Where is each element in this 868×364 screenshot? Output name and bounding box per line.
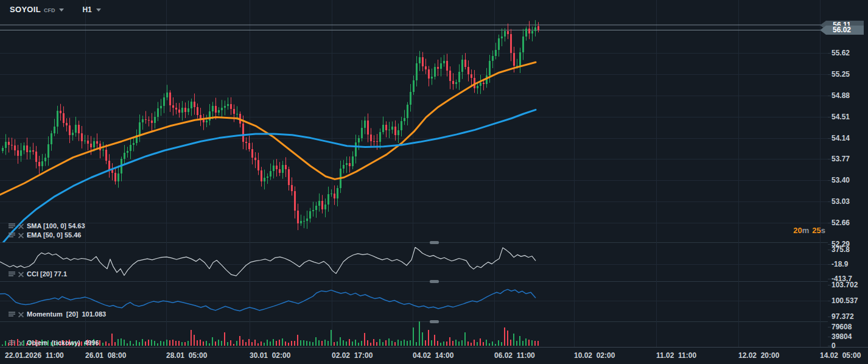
- candle-body: [242, 124, 244, 142]
- candle-body: [382, 125, 384, 132]
- pane-resize-handle[interactable]: [430, 280, 439, 283]
- candle-body: [157, 108, 159, 117]
- indicator-settings-icon[interactable]: [9, 312, 15, 317]
- volume-bar: [248, 339, 250, 346]
- indicator-close-icon[interactable]: [18, 312, 24, 317]
- candle-body: [178, 110, 180, 112]
- axis-label: 52.66: [831, 219, 850, 227]
- volume-bar: [282, 338, 283, 346]
- indicator-close-icon[interactable]: [18, 233, 24, 238]
- candle-body: [197, 107, 198, 115]
- pane-resize-handle[interactable]: [430, 241, 439, 244]
- volume-bar: [309, 341, 310, 346]
- candle-body: [422, 57, 424, 66]
- candle-body: [483, 83, 485, 84]
- volume-bar: [379, 339, 380, 346]
- indicator-close-icon[interactable]: [18, 223, 24, 229]
- time-axis-label: 26.01 08:00: [85, 351, 126, 360]
- axis-label: 53.40: [831, 176, 850, 184]
- pane-resize-handle[interactable]: [430, 320, 439, 323]
- time-axis[interactable]: 22.01.2026 11:0026.01 08:0028.01 05:0030…: [0, 347, 868, 364]
- volume-bar: [464, 332, 466, 346]
- volume-bar: [117, 339, 119, 346]
- volume-bar: [355, 340, 356, 346]
- volume-bar: [242, 340, 243, 346]
- volume-bar: [212, 337, 213, 346]
- volume-pane[interactable]: [0, 321, 828, 347]
- candle-body: [172, 105, 174, 108]
- price-axis[interactable]: 56.11 56.02 55.6255.2554.8854.5154.1453.…: [828, 0, 868, 347]
- candle-body: [358, 138, 360, 143]
- candle-body: [428, 69, 430, 79]
- candle-body: [449, 71, 451, 81]
- candle-body: [233, 109, 235, 114]
- cci-pane[interactable]: [0, 242, 828, 281]
- indicator-settings-icon[interactable]: [9, 340, 15, 346]
- volume-bar: [410, 340, 411, 346]
- candle-body: [218, 110, 220, 113]
- indicator-settings-icon[interactable]: [9, 271, 15, 277]
- candle-body: [35, 152, 37, 162]
- indicator-settings-icon[interactable]: [9, 233, 15, 238]
- candle-body: [145, 119, 147, 120]
- symbol-selector[interactable]: SOYOIL CFD: [10, 5, 64, 14]
- axis-label: 53.03: [831, 197, 850, 206]
- candle-body: [504, 31, 506, 37]
- volume-bar: [181, 342, 183, 346]
- volume-bar: [388, 338, 390, 346]
- candle-body: [355, 142, 357, 156]
- candle-body: [337, 188, 338, 198]
- candle-body: [370, 135, 372, 141]
- volume-bar: [321, 341, 323, 346]
- axis-label: 53.77: [831, 155, 850, 163]
- candle-body: [133, 143, 135, 145]
- candle-body: [11, 145, 13, 146]
- volume-bar: [391, 341, 393, 346]
- cci-line: [0, 247, 536, 276]
- volume-bar: [516, 341, 517, 346]
- candle-body: [458, 72, 460, 82]
- candle-body: [501, 37, 503, 38]
- candle-body: [394, 127, 396, 135]
- volume-bar: [340, 337, 341, 346]
- timeframe-selector[interactable]: H1: [82, 5, 100, 14]
- candle-body: [108, 161, 110, 170]
- candle-body: [191, 102, 192, 108]
- volume-bar: [300, 340, 301, 346]
- candle-body: [306, 219, 308, 222]
- price-pane[interactable]: [0, 0, 828, 242]
- time-axis-label: 11.02 11:00: [656, 351, 696, 360]
- candle-body: [419, 57, 421, 63]
- volume-bar: [428, 330, 429, 346]
- volume-bar: [425, 340, 426, 346]
- volume-bar: [175, 341, 177, 346]
- indicator-settings-icon[interactable]: [9, 223, 15, 229]
- candle-body: [525, 29, 527, 37]
- candle-body: [397, 130, 399, 135]
- volume-bar: [197, 340, 198, 346]
- countdown-seconds: 25: [812, 226, 821, 235]
- legend-sma: SMA [100, 0] 54.63: [9, 222, 85, 229]
- volume-bar: [124, 340, 125, 346]
- axis-label: 100.537: [831, 296, 858, 305]
- momentum-pane[interactable]: [0, 281, 828, 321]
- volume-bar: [437, 341, 438, 346]
- candle-body: [63, 113, 65, 124]
- candles: [2, 20, 539, 230]
- candle-body: [492, 56, 494, 60]
- indicator-close-icon[interactable]: [18, 271, 24, 277]
- candle-body: [111, 170, 113, 173]
- volume-bar: [178, 341, 180, 346]
- candle-body: [206, 121, 208, 122]
- volume-bar: [537, 341, 539, 346]
- volume-bar: [2, 345, 3, 346]
- time-axis-label: 06.02 11:00: [494, 351, 535, 360]
- volume-bar: [251, 342, 253, 346]
- candle-body: [69, 125, 71, 135]
- candle-body: [364, 121, 366, 128]
- time-axis-label: 14.02 05:00: [820, 351, 861, 360]
- candle-body: [117, 173, 119, 181]
- volume-bar: [471, 343, 472, 346]
- candle-body: [413, 80, 415, 93]
- indicator-close-icon[interactable]: [18, 340, 24, 346]
